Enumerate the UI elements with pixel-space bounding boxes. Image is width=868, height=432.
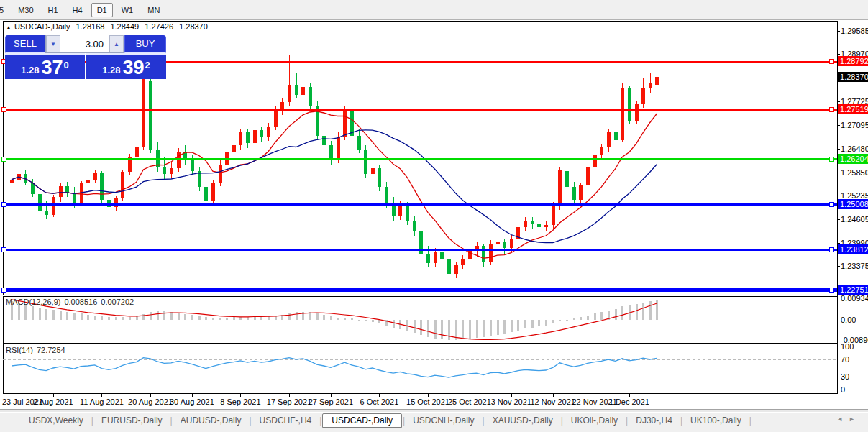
candle-body [253, 130, 257, 143]
macd-indicator-label: MACD(12,26,9)0.0085160.007202 [6, 298, 137, 306]
timeframe-button-5[interactable]: 5 [0, 3, 9, 17]
line-handle[interactable] [830, 248, 834, 252]
macd-histogram-bar [566, 320, 568, 321]
candle-body [531, 221, 534, 224]
sell-button[interactable]: SELL [5, 35, 45, 53]
timeframe-button-mn[interactable]: MN [142, 3, 165, 17]
chart-tab-usdcad-daily[interactable]: USDCAD-,Daily [322, 413, 402, 428]
chart-tab-usdx-weekly[interactable]: USDX,Weekly [22, 414, 91, 427]
macd-histogram-bar [288, 313, 291, 320]
volume-input[interactable]: 3.00 [60, 35, 109, 52]
candle-body [392, 205, 396, 216]
candle-body [142, 79, 145, 147]
date-tick-label: 27 Sep 2021 [309, 397, 353, 406]
macd-histogram-bar [615, 309, 617, 320]
timeframe-button-h1[interactable]: H1 [42, 3, 64, 17]
line-handle[interactable] [2, 203, 6, 207]
macd-histogram-bar [503, 320, 506, 334]
timeframe-button-w1[interactable]: W1 [116, 3, 140, 17]
line-price-label: 1.22751 [838, 285, 868, 295]
line-handle[interactable] [2, 248, 6, 252]
sell-price-display[interactable]: 1.28370 [5, 53, 85, 79]
macd-histogram-bar [45, 309, 47, 320]
macd-histogram-bar [511, 320, 513, 332]
timeframe-button-h4[interactable]: H4 [67, 3, 88, 17]
tab-separator: | [91, 415, 93, 426]
candle-body [191, 160, 194, 171]
candle-body [45, 211, 48, 215]
line-handle[interactable] [830, 108, 834, 112]
chart-tab-uk100-daily[interactable]: UK100-,Daily [683, 414, 749, 427]
chart-tab-eurusd-daily[interactable]: EURUSD-,Daily [94, 414, 170, 427]
chart-tab-ukoil-daily[interactable]: UKOil-,Daily [564, 414, 625, 427]
chart-header[interactable]: ▲USDCAD-,Daily 1.28168 1.28449 1.27426 1… [6, 22, 211, 31]
candle-body [544, 225, 548, 227]
buy-button[interactable]: BUY [124, 35, 166, 53]
volume-decrease-button[interactable]: ▼ [46, 35, 60, 52]
line-price-label: 1.27519 [838, 104, 868, 114]
candle-body [406, 206, 409, 221]
timeframe-button-d1[interactable]: D1 [91, 3, 113, 17]
macd-histogram-bar [476, 320, 478, 338]
tab-scroll-arrows[interactable]: ◄► [836, 415, 861, 423]
line-handle[interactable] [2, 157, 6, 162]
date-tick-label: 25 Oct 2021 [448, 397, 491, 406]
chart-tab-audusd-daily[interactable]: AUDUSD-,Daily [173, 414, 249, 427]
candle-body [52, 197, 55, 215]
collapse-icon[interactable]: ▲ [6, 24, 12, 31]
macd-histogram-bar [483, 320, 485, 337]
candle-body [489, 244, 493, 261]
line-handle[interactable] [830, 203, 834, 207]
line-handle[interactable] [830, 60, 834, 64]
status-bar [0, 428, 868, 432]
macd-histogram-bar [296, 312, 298, 320]
rsi-line [12, 358, 657, 378]
tab-scroll-left-icon[interactable]: ◄ [836, 415, 849, 423]
chart-symbol-title: USDCAD-,Daily [14, 22, 70, 31]
rsi-name: RSI(14) [6, 346, 33, 354]
volume-increase-button[interactable]: ▲ [109, 35, 124, 52]
macd-histogram-bar [594, 313, 596, 320]
chart-tab-xauusd-daily[interactable]: XAUUSD-,Daily [485, 414, 560, 427]
buy-price-display[interactable]: 1.28392 [86, 53, 166, 79]
candle-body [260, 130, 263, 137]
candle-body [454, 265, 458, 275]
candle-body [614, 132, 618, 140]
sell-price-big: 37 [42, 58, 63, 78]
candle-body [579, 185, 583, 200]
macd-histogram-bar [157, 311, 159, 320]
rsi-axis-label: 70 [841, 355, 849, 364]
chart-tab-usdchf-h4[interactable]: USDCHF-,H4 [252, 414, 319, 427]
line-handle[interactable] [2, 108, 6, 112]
line-handle[interactable] [830, 288, 834, 293]
timeframe-button-m30[interactable]: M30 [12, 3, 39, 17]
macd-histogram-bar [191, 315, 193, 320]
macd-histogram-bar [573, 318, 575, 320]
date-tick-label: 17 Sep 2021 [267, 397, 311, 406]
ohlc-high: 1.28449 [110, 22, 139, 31]
sell-price-sup: 0 [64, 60, 69, 70]
macd-histogram-bar [115, 317, 117, 320]
macd-histogram-bar [448, 320, 450, 340]
chart-tab-usdcnh-daily[interactable]: USDCNH-,Daily [406, 414, 481, 427]
tab-scroll-right-icon[interactable]: ► [849, 415, 861, 423]
line-handle[interactable] [830, 157, 834, 162]
macd-histogram-bar [198, 316, 201, 320]
price-tick-label: 1.24605 [841, 215, 868, 224]
candle-body [329, 145, 333, 159]
candle-body [628, 88, 631, 121]
date-axis[interactable]: 23 Jul 20212 Aug 202111 Aug 202120 Aug 2… [0, 394, 837, 409]
price-axis[interactable]: 1.295851.289701.277251.270951.264801.258… [838, 0, 868, 432]
chart-tab-dj30-h4[interactable]: DJ30-,H4 [629, 414, 680, 427]
candle-body [503, 242, 506, 247]
macd-histogram-bar [81, 313, 83, 320]
line-handle[interactable] [2, 288, 6, 293]
macd-histogram-bar [52, 310, 55, 320]
macd-histogram-bar [101, 316, 103, 320]
current-price-label: 1.28370 [838, 72, 868, 82]
candle-body [572, 187, 576, 200]
tab-separator: | [626, 415, 628, 426]
macd-histogram-bar [129, 317, 131, 320]
macd-histogram-bar [73, 313, 76, 320]
candle-body [635, 104, 639, 121]
